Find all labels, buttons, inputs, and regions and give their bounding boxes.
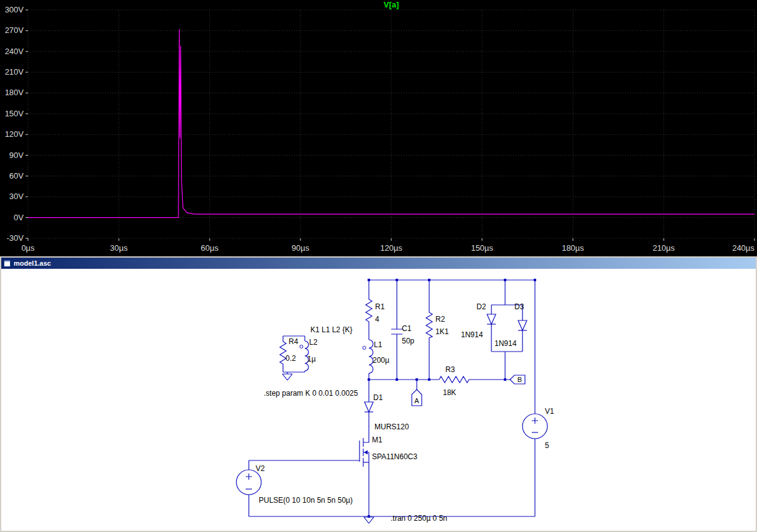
component-value[interactable]: 1N914 [461,330,483,339]
mosfet-drain-lead [363,432,369,442]
schematic-titlebar[interactable]: model1.asc [1,258,756,269]
component-L1[interactable]: L1 200µ [363,340,389,373]
plus-sign [246,474,252,480]
component-L2[interactable]: L2 1µ [300,338,318,371]
component-label[interactable]: C1 [402,324,412,333]
schematic-window-title: model1.asc [14,259,51,267]
ltspice-window: 300V270V240V210V180V150V120V90V60V30V0V-… [0,0,757,532]
y-tick-label: 150V [5,109,24,118]
component-R3[interactable]: R3 18K [437,365,471,397]
x-tick-label: 240µs [732,243,755,253]
component-D3[interactable]: D3 1N914 [495,302,527,348]
component-M1[interactable]: M1 SPA11N60C3 [360,432,417,472]
component-label[interactable]: V2 [256,464,265,473]
component-value[interactable]: MURS120 [374,422,409,431]
mosfet-arrow [364,450,368,455]
capacitor-symbol [391,329,402,334]
resistor-symbol [426,310,432,338]
plot-title[interactable]: V[a] [384,0,399,9]
y-tick-label: 300V [5,5,24,14]
x-tick-label: 180µs [562,243,584,253]
component-R4[interactable]: R4 0.2 [280,337,299,366]
ground-icon [282,374,292,380]
component-value[interactable]: 4 [375,315,379,324]
net-label[interactable]: A [414,397,419,404]
diode-symbol [365,402,373,412]
junction-dot [396,279,398,281]
component-D2[interactable]: D2 1N914 [461,302,496,339]
wire-junctions [368,279,536,518]
component-label[interactable]: V1 [545,407,554,416]
component-label[interactable]: R2 [435,315,445,324]
component-V2[interactable]: V2 PULSE(0 10 10n 5n 5n 50µ) [236,464,353,505]
component-label[interactable]: D3 [514,302,524,311]
component-label[interactable]: D1 [373,393,383,402]
component-label[interactable]: L1 [374,340,383,349]
diode-symbol [518,320,527,330]
diode-symbol [487,314,496,324]
component-V1[interactable]: V1 5 [522,407,554,450]
phase-dot [363,347,366,350]
component-value[interactable]: PULSE(0 10 10n 5n 5n 50µ) [259,496,353,505]
ground-symbol-main[interactable] [364,517,374,523]
junction-dot [428,378,430,381]
component-label[interactable]: R3 [445,365,455,374]
spice-directive-coupling[interactable]: K1 L1 L2 {K} [310,325,352,334]
wires [249,280,535,516]
y-tick-label: 270V [5,26,24,35]
x-tick-label: 210µs [653,243,675,253]
component-value[interactable]: 5 [545,441,549,450]
component-value[interactable]: 0.2 [286,354,296,363]
y-tick-label: 90V [9,151,24,160]
x-tick-label: 30µs [110,243,128,253]
schematic-pane[interactable]: R1 4 C1 50p R2 1K1 [1,269,756,531]
junction-dot [534,279,536,281]
junction-dot [368,378,370,381]
y-tick-label: 240V [5,47,24,56]
component-label[interactable]: L2 [309,338,318,347]
resistor-symbol [366,297,372,322]
component-value[interactable]: 50p [402,337,414,345]
waveform-pane[interactable]: 300V270V240V210V180V150V120V90V60V30V0V-… [0,0,757,256]
y-tick-label: 60V [9,171,24,180]
y-tick-label: 210V [5,67,24,77]
phase-dot [300,345,303,348]
component-R1[interactable]: R1 4 [366,297,385,324]
net-flag-B[interactable]: B [510,375,525,384]
waveform-plot[interactable]: 300V270V240V210V180V150V120V90V60V30V0V-… [0,0,757,256]
component-label[interactable]: R1 [375,302,385,311]
x-tick-label: 120µs [380,243,402,253]
ground-symbol-aux[interactable] [282,374,292,380]
component-R2[interactable]: R2 1K1 [426,310,449,338]
net-label[interactable]: B [518,376,522,383]
junction-dot [504,378,506,381]
y-tick-label: 120V [5,129,24,139]
junction-dot [416,378,418,381]
schematic-window-frame: model1.asc [0,256,757,532]
ground-icon [364,517,374,523]
component-D1[interactable]: D1 MURS120 [365,393,409,431]
component-value[interactable]: 18K [443,388,456,397]
component-value[interactable]: 1K1 [435,327,449,336]
junction-dot [396,378,398,381]
component-value[interactable]: SPA11N60C3 [372,452,417,461]
component-label[interactable]: D2 [476,302,486,311]
spice-directive-step[interactable]: .step param K 0 0.01 0.0025 [264,389,358,398]
spice-directive-tran[interactable]: .tran 0 250µ 0 5n [391,514,447,523]
y-tick-label: 30V [9,192,24,201]
x-tick-label: 90µs [292,243,310,253]
component-C1[interactable]: C1 50p [391,324,414,345]
junction-dot [428,279,430,281]
x-tick-label: 0µs [21,243,35,253]
schematic-canvas[interactable]: R1 4 C1 50p R2 1K1 [1,269,756,531]
net-flag-A[interactable]: A [412,390,422,406]
junction-dot [368,279,370,281]
component-value[interactable]: 1N914 [495,339,517,348]
y-tick-label: 180V [5,88,24,97]
x-tick-label: 150µs [471,243,493,253]
component-value[interactable]: 1µ [307,355,316,363]
component-label[interactable]: M1 [372,436,383,444]
y-tick-label: 0V [14,213,24,222]
component-value[interactable]: 200µ [373,356,389,365]
component-label[interactable]: R4 [289,337,299,346]
